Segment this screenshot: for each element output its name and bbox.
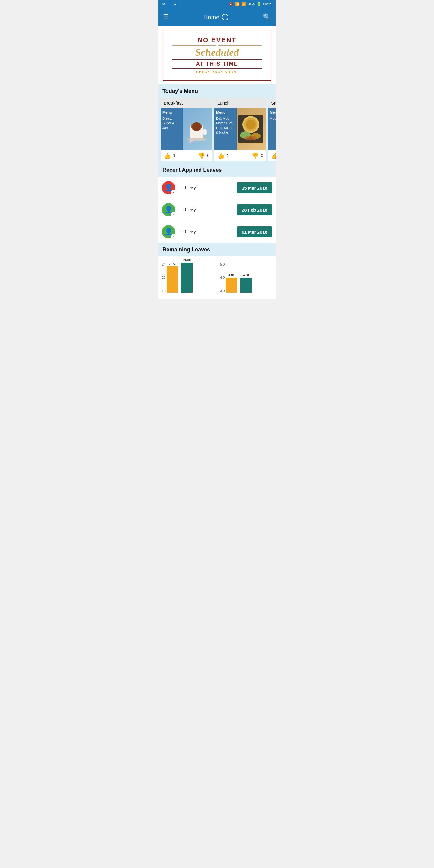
chart-2-bar-2-label: 4.00 (243, 274, 249, 277)
lunch-footer: 👍 1 👎 0 (214, 150, 266, 161)
chart-2-yaxis: 5.0 4.0 3.0 (220, 262, 224, 293)
chart-2-bar-1: 4.00 (226, 274, 237, 293)
leave-item-1[interactable]: 👤 ✕ 1.0 Day 15 Mar 2018 (158, 177, 276, 199)
rejected-badge-1: ✕ (171, 190, 176, 195)
chart-1-yaxis: 24 20 16 (162, 262, 165, 293)
menu-card-breakfast[interactable]: Breakfast (161, 98, 213, 161)
svg-point-8 (189, 141, 191, 143)
lunch-food-img (236, 110, 265, 149)
leave-days-1: 1.0 Day (179, 185, 237, 190)
leave-date-3: 01 Mar 2018 (237, 226, 272, 238)
lunch-items: Dal, Aloo Matar, Rice, Roti, Salad & Pic… (216, 116, 235, 135)
svg-rect-5 (203, 129, 207, 135)
lunch-body: Menu Dal, Aloo Matar, Rice, Roti, Salad … (214, 108, 266, 150)
chart-2-bar-1-rect (226, 278, 237, 293)
banner-script: Scheduled (173, 47, 261, 58)
chart-1: 24 20 16 21.50 24.00 (162, 262, 214, 293)
person-icon-1: 👤 (164, 184, 173, 192)
snacks-footer: 👍 1 (268, 150, 276, 161)
snacks-title: Snacks (268, 98, 276, 108)
status-left-icons: ✉ 👤 ☁ (162, 2, 177, 6)
svg-point-4 (192, 122, 201, 131)
leave-date-2: 28 Feb 2018 (237, 204, 272, 216)
app-title-group: Home i (204, 14, 228, 21)
approved-badge-2: ✓ (171, 212, 176, 217)
account-icon: 👤 (167, 2, 171, 6)
leave-item-2[interactable]: 👤 ✓ 1.0 Day 28 Feb 2018 (158, 199, 276, 221)
menu-section-header: Today's Menu (158, 84, 276, 98)
chart-1-inner: 24 20 16 21.50 24.00 (162, 262, 214, 293)
breakfast-menu-label: Menu (162, 110, 181, 115)
breakfast-title: Breakfast (161, 98, 213, 108)
leave-days-2: 1.0 Day (179, 207, 237, 213)
clock: 08:25 (263, 2, 272, 6)
snacks-body: Menu Aloo Tikki (268, 108, 276, 150)
breakfast-downvote-count: 0 (207, 153, 210, 158)
breakfast-thumbdown-icon[interactable]: 👎 (198, 152, 205, 159)
chart-1-bar-2: 24.00 (181, 258, 193, 293)
lunch-overlay: Menu Dal, Aloo Matar, Rice, Roti, Salad … (214, 108, 237, 150)
breakfast-thumbup-icon[interactable]: 👍 (164, 152, 171, 159)
mail-icon: ✉ (162, 2, 165, 6)
signal-icon: 📶 (241, 2, 246, 6)
chart-1-bar-1-label: 21.50 (169, 262, 176, 266)
status-bar: ✉ 👤 ☁ 🔇 📶 📶 81% 🔋 08:25 (158, 0, 276, 8)
menu-card-lunch[interactable]: Lunch Menu Dal, Aloo Mat (214, 98, 266, 161)
banner-divider3 (173, 68, 261, 69)
info-button[interactable]: i (222, 14, 228, 21)
person-icon-2: 👤 (164, 206, 173, 214)
search-button[interactable]: 🔍 (263, 13, 271, 21)
banner-box: NO EVENT Scheduled AT THIS TIME CHECK BA… (163, 30, 271, 81)
banner-line1: NO EVENT (173, 36, 261, 44)
approved-badge-3: ✓ (171, 234, 176, 239)
chart-2-inner: 5.0 4.0 3.0 4.00 4.00 (220, 262, 272, 293)
breakfast-footer: 👍 1 👎 0 (161, 150, 213, 161)
chart-1-bars: 21.50 24.00 (167, 262, 214, 293)
charts-area: 24 20 16 21.50 24.00 (162, 260, 272, 295)
leave-avatar-1: 👤 ✕ (162, 181, 175, 194)
lunch-thumbup-icon[interactable]: 👍 (217, 152, 225, 159)
svg-point-15 (245, 135, 257, 141)
lunch-thumbdown-icon[interactable]: 👎 (251, 152, 259, 159)
menu-cards: Breakfast (159, 98, 276, 161)
mute-icon: 🔇 (229, 2, 233, 6)
status-right-info: 🔇 📶 📶 81% 🔋 08:25 (229, 2, 272, 6)
leave-days-3: 1.0 Day (179, 229, 237, 235)
battery-percent: 81% (248, 2, 255, 6)
lunch-upvote-count: 1 (227, 153, 229, 158)
banner-divider1 (173, 45, 261, 45)
snacks-menu-label: Menu (270, 110, 276, 115)
chart-1-bar-2-rect (181, 262, 193, 293)
breakfast-body: Menu Bread, Butter & Jam (161, 108, 213, 150)
leave-date-1: 15 Mar 2018 (237, 182, 272, 193)
person-icon-3: 👤 (164, 228, 173, 236)
chart-2-bar-2: 4.00 (240, 274, 252, 293)
remaining-leaves-chart: 24 20 16 21.50 24.00 (158, 256, 276, 299)
snacks-items: Aloo Tikki (270, 116, 276, 121)
battery-icon: 🔋 (257, 2, 261, 6)
menu-button[interactable]: ☰ (163, 13, 169, 21)
breakfast-overlay: Menu Bread, Butter & Jam (161, 108, 183, 150)
leaves-section-header: Recent Applied Leaves (158, 163, 276, 177)
banner-checkback: CHECK BACK SOON! (173, 70, 261, 74)
chart-2: 5.0 4.0 3.0 4.00 4.00 (220, 262, 272, 293)
snacks-thumbup-icon[interactable]: 👍 (271, 152, 276, 159)
lunch-menu-label: Menu (216, 110, 235, 115)
cloud-icon: ☁ (173, 2, 177, 6)
leave-item-3[interactable]: 👤 ✓ 1.0 Day 01 Mar 2018 (158, 221, 276, 243)
chart-1-bar-1: 21.50 (167, 262, 178, 293)
app-bar: ☰ Home i 🔍 (158, 8, 276, 26)
lunch-downvote-count: 0 (261, 153, 263, 158)
app-title: Home (204, 14, 219, 21)
leave-avatar-2: 👤 ✓ (162, 203, 175, 216)
lunch-title: Lunch (214, 98, 266, 108)
remaining-section-header: Remaining Leaves (158, 243, 276, 256)
event-banner: NO EVENT Scheduled AT THIS TIME CHECK BA… (158, 26, 276, 84)
svg-point-6 (187, 138, 207, 141)
menu-scroll[interactable]: Breakfast (158, 98, 276, 163)
menu-card-snacks[interactable]: Snacks Menu Aloo Tikki 👍 1 (268, 98, 276, 161)
chart-2-bars: 4.00 4.00 (226, 262, 272, 293)
chart-1-bar-2-label: 24.00 (183, 258, 191, 262)
banner-line3: AT THIS TIME (173, 61, 261, 67)
snacks-overlay: Menu Aloo Tikki (268, 108, 276, 150)
